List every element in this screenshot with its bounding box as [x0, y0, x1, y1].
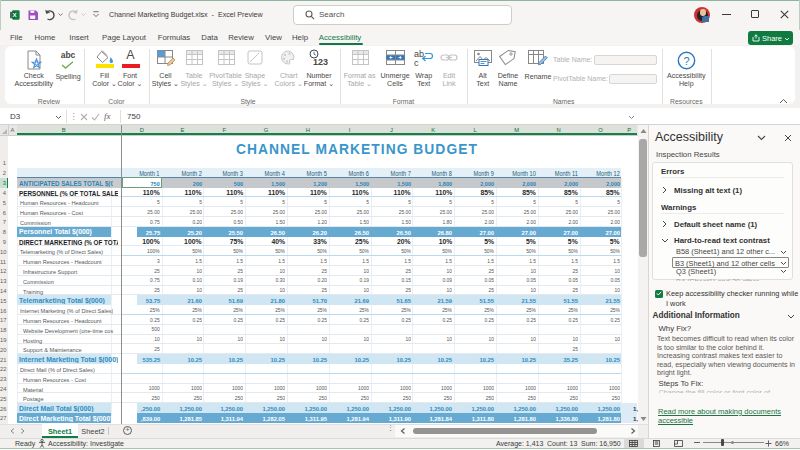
svg-text:X: X [13, 12, 17, 18]
svg-text:c: c [414, 58, 419, 67]
svg-text:123: 123 [313, 57, 328, 67]
svg-text:?: ? [684, 55, 690, 67]
